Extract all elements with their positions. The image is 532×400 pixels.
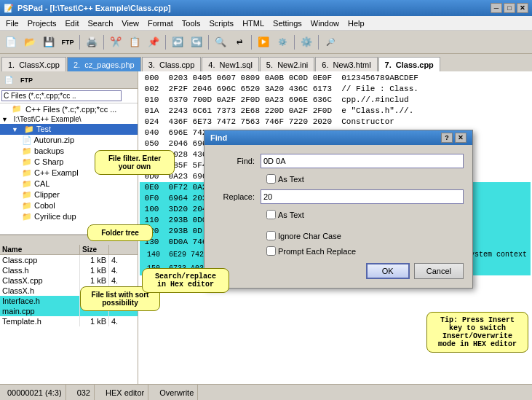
status-mode: HEX editor bbox=[102, 385, 148, 400]
find-label: Find: bbox=[213, 157, 261, 165]
status-position: 00000021 (4:3) bbox=[4, 385, 66, 400]
replace-input[interactable] bbox=[261, 189, 464, 204]
menu-window[interactable]: Window bbox=[306, 16, 344, 31]
menu-help[interactable]: Help bbox=[344, 16, 369, 31]
hex-line: 000 0203 0405 0607 0809 0A0B 0C0D 0E0F 0… bbox=[140, 73, 531, 84]
hex-line: 002 2F2F 2046 696C 6520 3A20 436C 6173 /… bbox=[140, 84, 531, 95]
status-col: 032 bbox=[74, 385, 95, 400]
menu-projects[interactable]: Projects bbox=[23, 16, 61, 31]
paste-button[interactable]: 📌 bbox=[145, 34, 162, 51]
run-button[interactable]: ▶️ bbox=[255, 34, 272, 51]
col-name[interactable]: Name bbox=[0, 245, 80, 254]
panel-new-btn[interactable]: 📄 bbox=[1, 74, 16, 85]
title-text: PSPad - [I:\Test\C++ Example\Class.cpp] bbox=[17, 4, 171, 12]
menu-file[interactable]: File bbox=[1, 16, 23, 31]
replace-as-text-checkbox[interactable]: As Text bbox=[266, 210, 304, 219]
tabs-bar: 1. ClassX.cpp 2. cz_pages.php 3. Class.c… bbox=[0, 54, 532, 71]
dialog-title-text: Find bbox=[210, 133, 227, 142]
tree-item-root[interactable]: ▼ I:\Test\C++ Example\ bbox=[0, 114, 138, 124]
menu-settings[interactable]: Settings bbox=[269, 16, 306, 31]
compile-button[interactable]: ⚙️ bbox=[274, 34, 291, 51]
tab-2[interactable]: 2. cz_pages.php bbox=[67, 57, 141, 71]
dialog-help-button[interactable]: ? bbox=[441, 133, 453, 143]
hex-line: 010 6370 700D 0A2F 2F0D 0A23 696E 636C c… bbox=[140, 95, 531, 106]
tab-7[interactable]: 7. Class.cpp bbox=[378, 57, 440, 71]
tree-item-clipper[interactable]: 📁 Clipper bbox=[0, 189, 138, 200]
left-panel: 📄 FTP 📁 C++ Files (*.c;*.cpp;*cc ... ▼ I… bbox=[0, 71, 138, 384]
undo-button[interactable]: ↩️ bbox=[169, 34, 186, 51]
cancel-button[interactable]: Cancel bbox=[414, 263, 464, 279]
tree-item-cyrilice[interactable]: 📁 Cyrilice dup bbox=[0, 211, 138, 222]
tooltip-insert-overwrite: Tip: Press Insert key to switch Insert/O… bbox=[426, 312, 528, 353]
file-filter-input[interactable] bbox=[1, 90, 122, 101]
replace-button[interactable]: ⇄ bbox=[231, 34, 248, 51]
replace-label: Replace: bbox=[213, 192, 261, 201]
zoom-in-button[interactable]: 🔎 bbox=[322, 34, 339, 51]
open-button[interactable]: 📂 bbox=[21, 34, 39, 51]
menu-scripts[interactable]: Scripts bbox=[205, 16, 239, 31]
status-insert: Overwrite bbox=[156, 385, 198, 400]
ftp-button[interactable]: FTP bbox=[59, 34, 76, 51]
menu-search[interactable]: Search bbox=[83, 16, 117, 31]
copy-button[interactable]: 📋 bbox=[126, 34, 143, 51]
minimize-button[interactable]: ─ bbox=[491, 3, 502, 13]
tab-4[interactable]: 4. New1.sql bbox=[202, 57, 259, 71]
find-input[interactable] bbox=[261, 154, 464, 168]
tab-5[interactable]: 5. New2.ini bbox=[260, 57, 314, 71]
tree-item-filter[interactable]: 📁 C++ Files (*.c;*.cpp;*cc ... bbox=[0, 103, 138, 114]
app-icon: 📝 bbox=[4, 4, 14, 13]
close-button[interactable]: ✕ bbox=[517, 3, 528, 13]
status-bar: 00000021 (4:3) 032 HEX editor Overwrite bbox=[0, 384, 532, 400]
menu-html[interactable]: HTML bbox=[238, 16, 269, 31]
menu-edit[interactable]: Edit bbox=[60, 16, 83, 31]
file-row-classh[interactable]: Class.h1 kB4. bbox=[0, 265, 138, 275]
file-row-classxcpp[interactable]: ClassX.cpp1 kB4. bbox=[0, 275, 138, 286]
tooltip-file-filter: File filter. Enter your own bbox=[95, 150, 175, 175]
save-button[interactable]: 💾 bbox=[40, 34, 57, 51]
menu-bar: File Projects Edit Search View Format To… bbox=[0, 16, 532, 31]
dialog-title-bar[interactable]: Find ? ✕ bbox=[205, 130, 472, 145]
toolbar: 📄 📂 💾 FTP 🖨️ ✂️ 📋 📌 ↩️ ↪️ 🔍 ⇄ ▶️ ⚙️ ⚙️ 🔎 bbox=[0, 31, 532, 54]
menu-view[interactable]: View bbox=[117, 16, 143, 31]
title-bar: 📝 PSPad - [I:\Test\C++ Example\Class.cpp… bbox=[0, 0, 532, 16]
panel-ftp-btn[interactable]: FTP bbox=[17, 75, 36, 85]
tree-item-test[interactable]: ▼ 📁 Test bbox=[0, 124, 138, 135]
ignore-case-checkbox[interactable]: Ignore Char Case bbox=[266, 231, 341, 240]
tab-3[interactable]: 3. Class.cpp bbox=[142, 57, 202, 71]
hex-line: 024 436F 6E73 7472 7563 746F 7220 2020 C… bbox=[140, 117, 531, 128]
hex-line: 01A 2243 6C61 7373 2E68 220D 0A2F 2F0D e… bbox=[140, 106, 531, 117]
tree-item-cal[interactable]: 📁 CAL bbox=[0, 179, 138, 189]
tree-item-autorun[interactable]: 📄 Autorun.zip bbox=[0, 135, 138, 146]
cut-button[interactable]: ✂️ bbox=[107, 34, 124, 51]
settings-button[interactable]: ⚙️ bbox=[298, 34, 315, 51]
prompt-replace-checkbox[interactable]: Prompt Each Replace bbox=[266, 246, 356, 256]
ok-button[interactable]: OK bbox=[366, 263, 410, 279]
file-row-classcpp[interactable]: Class.cpp1 kB4. bbox=[0, 255, 138, 265]
col-other[interactable] bbox=[109, 245, 138, 254]
find-as-text-checkbox[interactable]: As Text bbox=[266, 174, 304, 184]
tab-6[interactable]: 6. New3.html bbox=[315, 57, 377, 71]
menu-tools[interactable]: Tools bbox=[178, 16, 205, 31]
tooltip-search-replace: Search/replace in Hex editor bbox=[142, 268, 229, 293]
find-button[interactable]: 🔍 bbox=[212, 34, 229, 51]
dialog-close-button[interactable]: ✕ bbox=[455, 133, 467, 143]
new-button[interactable]: 📄 bbox=[2, 34, 20, 51]
maximize-button[interactable]: □ bbox=[504, 3, 515, 13]
menu-format[interactable]: Format bbox=[143, 16, 178, 31]
print-button[interactable]: 🖨️ bbox=[83, 34, 100, 51]
tree-item-cobol[interactable]: 📁 Cobol bbox=[0, 200, 138, 211]
col-size[interactable]: Size bbox=[80, 245, 109, 254]
tooltip-folder-tree: Folder tree bbox=[87, 224, 153, 241]
file-row-templateh[interactable]: Template.h1 kB4. bbox=[0, 316, 138, 326]
find-dialog: Find ? ✕ Find: As Text Re bbox=[204, 130, 473, 289]
redo-button[interactable]: ↪️ bbox=[188, 34, 205, 51]
tab-1[interactable]: 1. ClassX.cpp bbox=[1, 57, 66, 71]
